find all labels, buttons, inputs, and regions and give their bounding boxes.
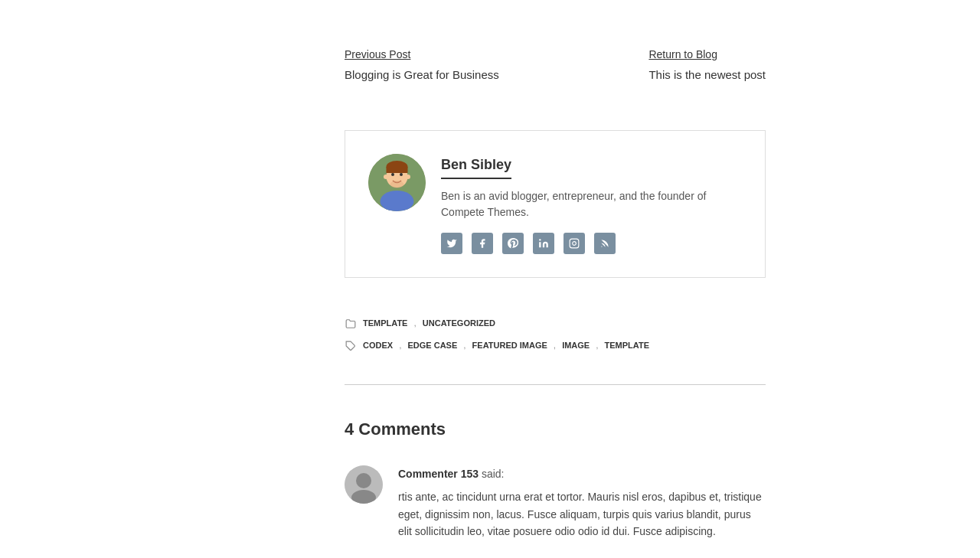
- linkedin-icon[interactable]: [533, 233, 554, 254]
- return-blog-subtitle: This is the newest post: [648, 66, 766, 84]
- svg-point-10: [539, 239, 541, 240]
- svg-point-4: [381, 191, 414, 211]
- svg-point-5: [384, 175, 388, 179]
- tag-featured-image[interactable]: FEATURED IMAGE: [472, 339, 547, 353]
- author-box: Ben Sibley Ben is an avid blogger, entre…: [345, 130, 766, 278]
- instagram-icon[interactable]: [564, 233, 585, 254]
- avatar: [368, 154, 426, 211]
- svg-point-13: [601, 246, 602, 247]
- commenter-name: Commenter 153: [398, 468, 479, 480]
- twitter-icon[interactable]: [441, 233, 462, 254]
- category-template[interactable]: TEMPLATE: [363, 317, 407, 331]
- tag-icon: [345, 340, 357, 352]
- post-footer: TEMPLATE , UNCATEGORIZED CODEX , EDGE CA…: [345, 301, 766, 368]
- svg-point-7: [391, 173, 394, 176]
- author-name[interactable]: Ben Sibley: [441, 154, 511, 179]
- author-info: Ben Sibley Ben is an avid blogger, entre…: [441, 154, 742, 254]
- comment-text: rtis ante, ac tincidunt urna erat et tor…: [398, 488, 766, 540]
- tags-row: CODEX , EDGE CASE , FEATURED IMAGE , IMA…: [345, 338, 766, 353]
- svg-rect-11: [570, 239, 579, 248]
- tag-image[interactable]: IMAGE: [562, 339, 590, 353]
- categories-row: TEMPLATE , UNCATEGORIZED: [345, 316, 766, 331]
- svg-point-9: [390, 181, 404, 188]
- pinterest-icon[interactable]: [502, 233, 524, 254]
- author-bio: Ben is an avid blogger, entrepreneur, an…: [441, 188, 742, 220]
- section-divider: [345, 384, 766, 385]
- rss-icon[interactable]: [594, 233, 616, 254]
- comments-title: 4 Comments: [345, 416, 766, 442]
- comment: Commenter 153 said: rtis ante, ac tincid…: [345, 465, 766, 540]
- comment-meta: Commenter 153 said:: [398, 465, 766, 482]
- svg-point-16: [356, 473, 371, 488]
- tag-template[interactable]: TEMPLATE: [605, 339, 649, 353]
- folder-icon: [345, 318, 357, 330]
- previous-post-link[interactable]: Previous Post: [345, 46, 499, 63]
- tag-edge-case[interactable]: EDGE CASE: [407, 339, 457, 353]
- facebook-icon[interactable]: [472, 233, 493, 254]
- comments-section: 4 Comments Commenter 153 said: rtis ante…: [345, 408, 766, 558]
- commenter-avatar: [345, 465, 383, 504]
- tag-codex[interactable]: CODEX: [363, 339, 393, 353]
- post-navigation: Previous Post Blogging is Great for Busi…: [345, 31, 766, 115]
- svg-point-6: [406, 175, 410, 179]
- author-social: [441, 233, 742, 254]
- comment-said: said:: [482, 468, 505, 480]
- nav-previous: Previous Post Blogging is Great for Busi…: [345, 46, 499, 84]
- svg-point-8: [400, 173, 403, 176]
- nav-return: Return to Blog This is the newest post: [648, 46, 766, 84]
- return-to-blog-link[interactable]: Return to Blog: [648, 46, 766, 63]
- category-uncategorized[interactable]: UNCATEGORIZED: [423, 317, 495, 331]
- previous-post-title: Blogging is Great for Business: [345, 66, 499, 84]
- svg-rect-3: [387, 167, 408, 173]
- comment-content: Commenter 153 said: rtis ante, ac tincid…: [398, 465, 766, 540]
